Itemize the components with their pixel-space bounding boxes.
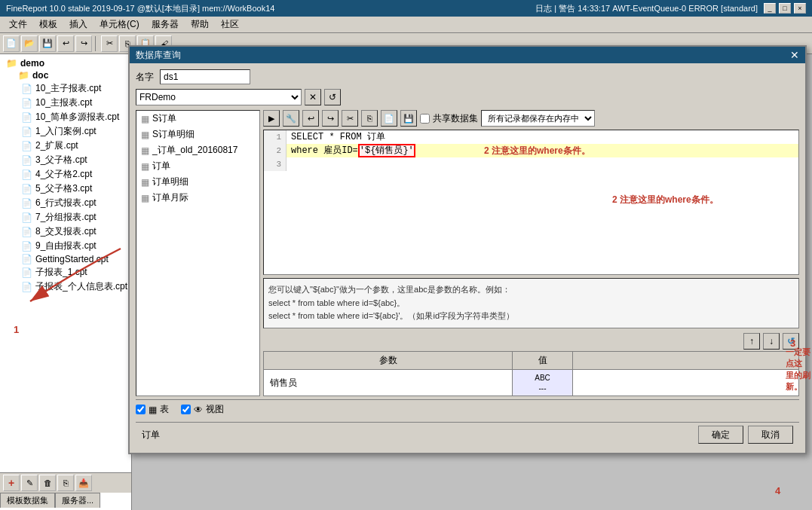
shared-checkbox-input[interactable] — [420, 114, 430, 124]
sql-undo-button[interactable]: ↩ — [302, 110, 319, 127]
shared-label: 共享数据集 — [433, 112, 478, 125]
sql-run-button[interactable]: ▶ — [263, 110, 280, 127]
minimize-button[interactable]: _ — [764, 3, 776, 14]
menu-template[interactable]: 模板 — [33, 17, 63, 32]
menu-server[interactable]: 服务器 — [146, 17, 185, 32]
check-view-input[interactable] — [181, 405, 191, 414]
tree-item-5[interactable]: 📄 3_父子格.cpt — [3, 153, 128, 167]
sql-copy-button[interactable]: ⎘ — [361, 110, 378, 127]
sql-format-button[interactable]: 🔧 — [283, 110, 299, 127]
check-table-input[interactable] — [136, 405, 146, 414]
table-list[interactable]: ▦ S订单 ▦ S订单明细 ▦ _订单_old_20160817 ▦ 订单 ▦ — [136, 110, 260, 396]
toolbar-redo[interactable]: ↪ — [75, 35, 92, 52]
tree-item-7[interactable]: 📄 5_父子格3.cpt — [3, 182, 128, 196]
maximize-button[interactable]: □ — [779, 3, 791, 14]
tree-item-4[interactable]: 📄 2_扩展.cpt — [3, 139, 128, 153]
params-value-0[interactable] — [573, 370, 799, 396]
table-item-1[interactable]: ▦ S订单明细 — [136, 127, 259, 142]
sql-cut-button[interactable]: ✂ — [342, 110, 358, 127]
menu-community[interactable]: 社区 — [215, 17, 245, 32]
ok-button[interactable]: 确定 — [698, 426, 743, 444]
tab-server[interactable]: 服务器... — [55, 493, 100, 508]
menu-help[interactable]: 帮助 — [185, 17, 215, 32]
table-item-0[interactable]: ▦ S订单 — [136, 111, 259, 127]
tree-folder-demo[interactable]: 📁 demo — [3, 57, 128, 69]
toolbar-sep1 — [95, 36, 98, 51]
db-config-button[interactable]: ✕ — [305, 89, 321, 105]
shared-dataset-checkbox[interactable]: 共享数据集 — [420, 112, 478, 125]
menu-insert[interactable]: 插入 — [63, 17, 93, 32]
add-dataset-button[interactable]: + — [3, 475, 20, 491]
mem-select[interactable]: 所有记录都保存在内存中 — [481, 110, 595, 127]
tree-item-0[interactable]: 📄 10_主子报表.cpt — [3, 81, 128, 96]
content-area: ▦ S订单 ▦ S订单明细 ▦ _订单_old_20160817 ▦ 订单 ▦ — [136, 110, 799, 396]
toolbar-cut[interactable]: ✂ — [101, 35, 118, 52]
file-icon-2: 📄 — [21, 112, 32, 123]
sql-save-button[interactable]: 💾 — [400, 110, 417, 127]
menu-cell[interactable]: 单元格(C) — [93, 17, 146, 32]
file-label-0: 10_主子报表.cpt — [35, 82, 101, 95]
import-dataset-button[interactable]: 📥 — [75, 475, 92, 491]
tree-item-9[interactable]: 📄 7_分组报表.cpt — [3, 210, 128, 224]
sql-paste-button[interactable]: 📄 — [381, 110, 397, 127]
folder-icon-2: 📁 — [18, 70, 29, 81]
check-table[interactable]: ▦ 表 — [136, 403, 169, 416]
file-icon-7: 📄 — [21, 184, 32, 194]
dialog-close-button[interactable]: ✕ — [790, 49, 799, 61]
tree-item-10[interactable]: 📄 8_交叉报表.cpt — [3, 224, 128, 239]
sql-linenum-2: 2 — [264, 144, 286, 157]
db-select[interactable]: FRDemo — [136, 89, 302, 105]
tree-folder-doc[interactable]: 📁 doc — [3, 69, 128, 81]
tree-item-14[interactable]: 📄 子报表_个人信息表.cpt — [3, 279, 128, 294]
table-label-1: S订单明细 — [152, 128, 195, 141]
sql-toolbar: ▶ 🔧 ↩ ↪ ✂ ⎘ 📄 💾 共享数据集 所有记录都保存在内存中 — [263, 110, 799, 127]
file-label-1: 10_主报表.cpt — [35, 96, 92, 109]
db-row: FRDemo ✕ ↺ — [136, 89, 799, 105]
menu-file[interactable]: 文件 — [3, 17, 33, 32]
sql-editor[interactable]: 1 SELECT * FROM 订单 2 where 雇员ID='${销售员}'… — [263, 130, 799, 275]
param-refresh-button[interactable]: ↺ — [783, 333, 799, 350]
tree-item-11[interactable]: 📄 9_自由报表.cpt — [3, 239, 128, 253]
table-icon-2: ▦ — [141, 145, 149, 156]
params-type-0: ABC--- — [513, 370, 573, 396]
file-tree: 📁 demo 📁 doc 📄 10_主子报表.cpt 📄 10_主报表.cpt … — [0, 54, 131, 472]
tree-item-13[interactable]: 📄 子报表_1.cpt — [3, 265, 128, 279]
check-view[interactable]: 👁 视图 — [181, 403, 224, 416]
tree-item-6[interactable]: 📄 4_父子格2.cpt — [3, 167, 128, 182]
param-up-button[interactable]: ↑ — [743, 333, 760, 350]
params-header-value: 值 — [513, 352, 573, 370]
window-controls[interactable]: _ □ × — [764, 3, 806, 14]
sql-redo-button[interactable]: ↪ — [322, 110, 339, 127]
param-down-button[interactable]: ↓ — [763, 333, 780, 350]
toolbar-save[interactable]: 💾 — [39, 35, 56, 52]
db-refresh-button[interactable]: ↺ — [324, 89, 341, 105]
delete-dataset-button[interactable]: 🗑 — [39, 475, 56, 491]
log-text: 日志 | 警告 14:33:17 AWT-EventQueue-0 ERROR … — [535, 3, 758, 14]
edit-dataset-button[interactable]: ✎ — [21, 475, 38, 491]
table-icon-3: ▦ — [141, 161, 149, 172]
file-icon-5: 📄 — [21, 155, 32, 166]
tree-item-2[interactable]: 📄 10_简单多源报表.cpt — [3, 110, 128, 124]
tree-item-1[interactable]: 📄 10_主报表.cpt — [3, 96, 128, 110]
toolbar-new[interactable]: 📄 — [3, 35, 20, 52]
table-item-2[interactable]: ▦ _订单_old_20160817 — [136, 142, 259, 158]
tree-item-3[interactable]: 📄 1_入门案例.cpt — [3, 124, 128, 139]
tree-item-8[interactable]: 📄 6_行式报表.cpt — [3, 196, 128, 210]
tree-item-12[interactable]: 📄 GettingStarted.cpt — [3, 253, 128, 265]
table-label-4: 订单明细 — [152, 176, 188, 188]
table-item-5[interactable]: ▦ 订单月际 — [136, 190, 259, 206]
check-table-label: 表 — [160, 403, 169, 416]
toolbar-open[interactable]: 📂 — [21, 35, 38, 52]
tab-template-dataset[interactable]: 模板数据集 — [0, 493, 55, 508]
table-item-4[interactable]: ▦ 订单明细 — [136, 174, 259, 190]
file-label-11: 9_自由报表.cpt — [35, 240, 97, 252]
toolbar-undo[interactable]: ↩ — [57, 35, 74, 52]
param-type-icon: ABC--- — [535, 374, 550, 392]
name-input[interactable] — [160, 69, 250, 84]
copy-dataset-button[interactable]: ⎘ — [57, 475, 74, 491]
close-button[interactable]: × — [794, 3, 806, 14]
table-label-0: S订单 — [152, 112, 176, 125]
table-item-3[interactable]: ▦ 订单 — [136, 158, 259, 174]
cancel-button[interactable]: 取消 — [748, 426, 793, 444]
table-label-3: 订单 — [152, 160, 170, 173]
